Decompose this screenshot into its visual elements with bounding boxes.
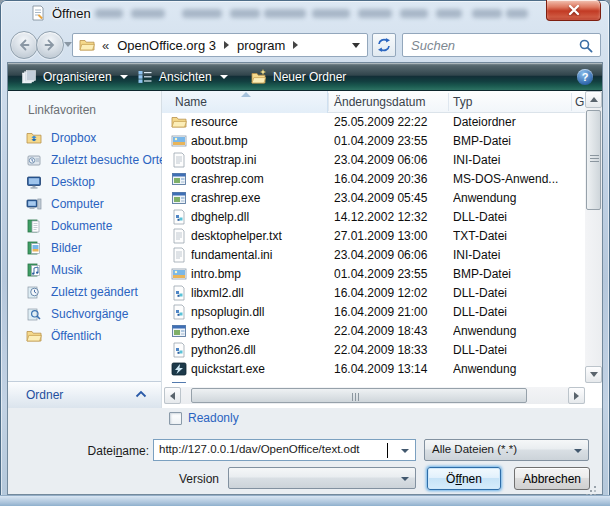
file-row[interactable]: desktophelper.txt27.01.2009 13:00TXT-Dat…: [162, 227, 585, 246]
horizontal-scrollbar[interactable]: [164, 387, 585, 404]
chevron-down-icon[interactable]: [574, 449, 582, 453]
chevron-down-icon[interactable]: [401, 477, 409, 481]
address-breadcrumb-bar[interactable]: « OpenOffice.org 3 program: [72, 33, 368, 57]
searches-icon: [26, 306, 42, 322]
close-button[interactable]: [546, 0, 601, 21]
column-divider[interactable]: [448, 93, 449, 111]
breadcrumb-segment-2[interactable]: program: [237, 38, 285, 53]
file-row[interactable]: python.exe22.04.2009 18:43Anwendung: [162, 322, 585, 341]
cancel-button[interactable]: Abbrechen: [514, 467, 590, 490]
resize-grip[interactable]: [594, 486, 596, 488]
scroll-right-button[interactable]: [568, 387, 585, 404]
sidebar-item-suchvorgänge[interactable]: Suchvorgänge: [26, 304, 128, 324]
file-row[interactable]: crashrep.com16.04.2009 20:36MS-DOS-Anwen…: [162, 170, 585, 189]
sidebar-item-musik[interactable]: Musik: [26, 260, 82, 280]
readonly-checkbox[interactable]: [169, 412, 182, 425]
file-name: crashrep.com: [191, 172, 326, 186]
window-title: Öffnen: [52, 6, 91, 21]
glass-blur-artifact: [472, 9, 502, 18]
folders-expander-bar[interactable]: Ordner: [8, 381, 161, 408]
file-type: Dateiordner: [453, 115, 569, 129]
file-date: 16.04.2009 13:14: [334, 362, 446, 376]
scroll-left-button[interactable]: [164, 387, 181, 404]
horizontal-scrollbar-thumb[interactable]: [191, 388, 527, 403]
file-name: python26.dll: [191, 343, 326, 357]
filetype-combobox[interactable]: Alle Dateien (*.*): [424, 439, 589, 461]
sidebar-item-bilder[interactable]: Bilder: [26, 238, 82, 258]
file-date: 22.04.2009 18:33: [334, 343, 446, 357]
column-header-name[interactable]: Name: [175, 95, 207, 109]
file-row[interactable]: bootstrap.ini23.04.2009 06:06INI-Datei: [162, 151, 585, 170]
title-bar[interactable]: Öffnen: [0, 0, 610, 28]
scroll-down-button[interactable]: [585, 366, 602, 383]
views-icon: [137, 69, 153, 85]
search-input[interactable]: [403, 34, 600, 56]
forward-button[interactable]: [36, 31, 64, 59]
file-row[interactable]: about.bmp01.04.2009 23:55BMP-Datei: [162, 132, 585, 151]
file-name: python.exe: [191, 324, 326, 338]
recent-pages-dropdown[interactable]: [64, 42, 72, 47]
column-header-type[interactable]: Typ: [453, 95, 472, 109]
text-icon: [171, 152, 187, 168]
dialog-client-area: Organisieren Ansichten Neuer Ordner ?: [7, 62, 603, 495]
new-folder-button[interactable]: Neuer Ordner: [244, 65, 353, 89]
back-button[interactable]: [10, 31, 38, 59]
open-button[interactable]: Öffnen: [427, 467, 501, 490]
file-row[interactable]: resource25.05.2009 22:22Dateiordner: [162, 113, 585, 132]
sidebar-item-öffentlich[interactable]: Öffentlich: [26, 326, 101, 346]
command-toolbar: Organisieren Ansichten Neuer Ordner ?: [8, 63, 602, 91]
sidebar-item-zuletzt-geändert[interactable]: Zuletzt geändert: [26, 282, 138, 302]
breadcrumb-separator-icon[interactable]: [224, 41, 229, 49]
vertical-scrollbar-thumb[interactable]: [586, 110, 601, 210]
address-history-dropdown-icon[interactable]: [352, 43, 360, 48]
new-folder-label: Neuer Ordner: [273, 70, 346, 84]
breadcrumb-separator-icon[interactable]: [293, 41, 298, 49]
sidebar-item-label: Musik: [51, 263, 82, 277]
file-date: 01.04.2009 23:55: [334, 134, 446, 148]
refresh-button[interactable]: [372, 33, 396, 57]
desktop-icon: [26, 174, 42, 190]
triangle-left-icon: [170, 392, 175, 400]
sidebar-item-dropbox[interactable]: Dropbox: [26, 128, 96, 148]
document-icon: [30, 5, 46, 21]
open-file-dialog: Öffnen « OpenOffice.org 3 progra: [0, 0, 610, 506]
filename-combobox[interactable]: http://127.0.0.1/dav/OpenOffice/text.odt: [153, 439, 416, 461]
breadcrumb-overflow[interactable]: «: [102, 38, 109, 53]
navigation-bar: « OpenOffice.org 3 program: [0, 28, 610, 62]
breadcrumb-segment-1[interactable]: OpenOffice.org 3: [117, 38, 216, 53]
column-header-date[interactable]: Änderungsdatum: [334, 95, 425, 109]
glass-blur-artifact: [131, 9, 165, 18]
file-name: libxml2.dll: [191, 286, 326, 300]
favorites-sidebar: Linkfavoriten Ordner DropboxZuletzt besu…: [8, 91, 162, 408]
file-date: 16.04.2009 20:36: [334, 172, 446, 186]
views-button[interactable]: Ansichten: [130, 65, 235, 89]
sidebar-item-desktop[interactable]: Desktop: [26, 172, 95, 192]
vertical-scrollbar[interactable]: [585, 91, 602, 383]
version-label: Version: [160, 472, 219, 486]
chevron-down-icon[interactable]: [401, 449, 409, 453]
version-combobox[interactable]: [228, 467, 416, 489]
column-divider[interactable]: [328, 93, 329, 111]
sidebar-item-zuletzt-besuchte-orte[interactable]: Zuletzt besuchte Orte: [26, 150, 166, 170]
file-date: 23.04.2009 06:06: [334, 153, 446, 167]
file-row-partial[interactable]: [162, 379, 585, 383]
file-row[interactable]: dbghelp.dll14.12.2002 12:32DLL-Datei: [162, 208, 585, 227]
column-header-size[interactable]: G: [575, 95, 584, 109]
sidebar-item-computer[interactable]: Computer: [26, 194, 104, 214]
file-row[interactable]: intro.bmp01.04.2009 23:55BMP-Datei: [162, 265, 585, 284]
search-icon[interactable]: [578, 38, 594, 54]
file-row[interactable]: crashrep.exe23.04.2009 05:45Anwendung: [162, 189, 585, 208]
column-divider[interactable]: [571, 93, 572, 111]
file-type: MS-DOS-Anwend...: [453, 172, 569, 186]
file-row[interactable]: npsoplugin.dll16.04.2009 21:00DLL-Datei: [162, 303, 585, 322]
scroll-up-button[interactable]: [585, 91, 602, 108]
file-type: BMP-Datei: [453, 134, 569, 148]
sidebar-item-dokumente[interactable]: Dokumente: [26, 216, 112, 236]
file-row[interactable]: fundamental.ini23.04.2009 06:06INI-Datei: [162, 246, 585, 265]
file-row[interactable]: libxml2.dll16.04.2009 12:02DLL-Datei: [162, 284, 585, 303]
documents-icon: [26, 218, 42, 234]
file-row[interactable]: python26.dll22.04.2009 18:33DLL-Datei: [162, 341, 585, 360]
help-button[interactable]: ?: [577, 69, 593, 85]
file-row[interactable]: quickstart.exe16.04.2009 13:14Anwendung: [162, 360, 585, 379]
organize-button[interactable]: Organisieren: [14, 65, 135, 89]
